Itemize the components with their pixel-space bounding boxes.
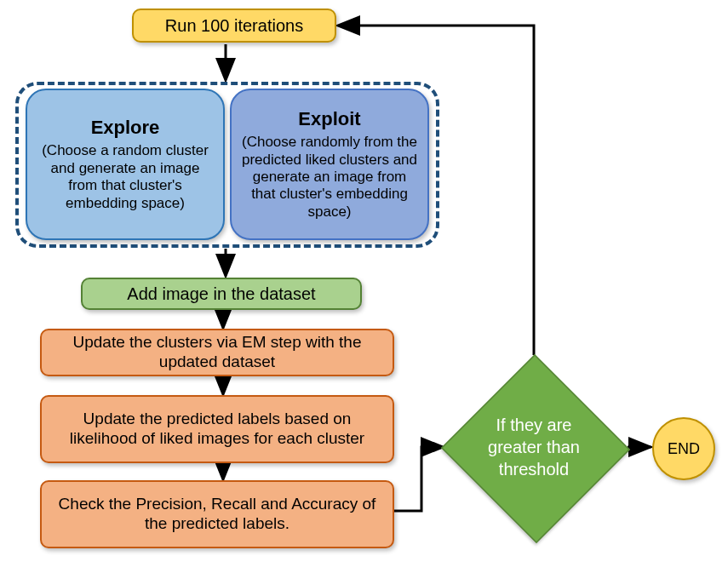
exploit-title: Exploit	[298, 108, 360, 130]
end-node: END	[652, 417, 715, 480]
explore-box: Explore (Choose a random cluster and gen…	[26, 89, 225, 240]
run-iterations-label: Run 100 iterations	[165, 15, 303, 36]
run-iterations-box: Run 100 iterations	[132, 9, 336, 43]
update-clusters-box: Update the clusters via EM step with the…	[40, 329, 394, 376]
add-image-label: Add image in the dataset	[127, 284, 315, 304]
explore-body: (Choose a random cluster and generate an…	[37, 142, 213, 212]
update-labels-label: Update the predicted labels based on lik…	[52, 410, 382, 449]
update-clusters-label: Update the clusters via EM step with the…	[52, 333, 382, 372]
decision-diamond: If they are greater than threshold	[440, 355, 628, 539]
check-metrics-box: Check the Precision, Recall and Accuracy…	[40, 480, 394, 548]
add-image-box: Add image in the dataset	[81, 278, 362, 310]
exploit-box: Exploit (Choose randomly from the predic…	[230, 89, 429, 240]
decision-label: If they are greater than threshold	[440, 355, 628, 539]
check-metrics-label: Check the Precision, Recall and Accuracy…	[52, 495, 382, 534]
explore-title: Explore	[91, 117, 160, 139]
exploit-body: (Choose randomly from the predicted like…	[242, 134, 417, 221]
update-labels-box: Update the predicted labels based on lik…	[40, 395, 394, 463]
end-label: END	[668, 440, 700, 458]
